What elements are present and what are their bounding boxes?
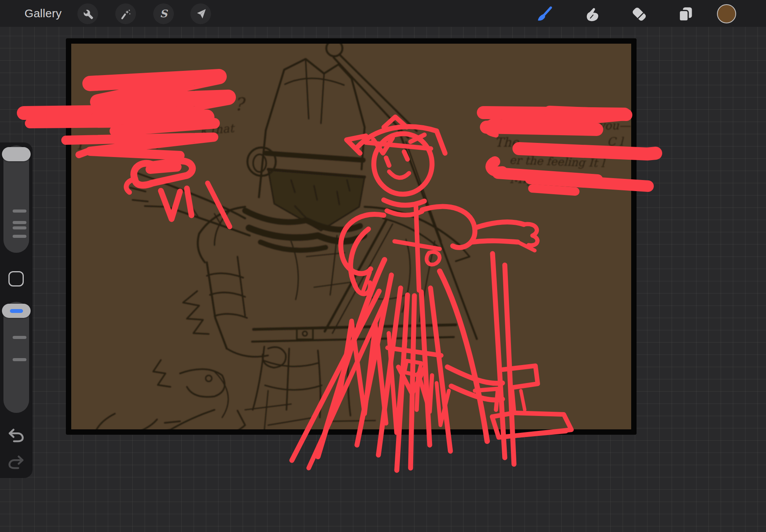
smudge-finger-icon (583, 6, 600, 23)
selection-s-icon: S (157, 8, 170, 20)
eraser-icon (631, 6, 648, 23)
opacity-thumb-accent (10, 309, 23, 313)
gallery-button[interactable]: Gallery (25, 0, 62, 27)
slider-tick (13, 226, 26, 229)
actions-button[interactable] (77, 3, 98, 24)
transform-button[interactable] (190, 3, 211, 24)
sidebar-panel (0, 142, 33, 478)
layers-icon (677, 6, 694, 23)
layers-tool-button[interactable] (675, 4, 696, 25)
smudge-tool-button[interactable] (581, 4, 602, 25)
selection-button[interactable]: S (153, 3, 174, 24)
wrench-icon (82, 8, 93, 20)
slider-tick (13, 235, 26, 238)
modify-button[interactable] (8, 271, 24, 286)
procreate-app: ? k that Y 'ne one. A you— The C l er th… (0, 0, 766, 532)
opacity-slider[interactable] (3, 302, 29, 413)
color-swatch-button[interactable] (717, 4, 736, 23)
redo-button[interactable] (5, 454, 28, 471)
slider-tick (13, 210, 26, 213)
redo-arrow-icon (6, 455, 26, 470)
artwork-canvas[interactable]: ? k that Y 'ne one. A you— The C l er th… (0, 27, 766, 532)
transform-arrow-icon (195, 8, 207, 20)
brush-size-slider[interactable] (3, 146, 29, 253)
adjustments-button[interactable] (115, 3, 136, 24)
paint-tool-button[interactable] (534, 4, 555, 25)
brush-size-thumb[interactable] (2, 147, 31, 161)
slider-tick (13, 336, 26, 339)
paintbrush-icon (536, 6, 553, 23)
magic-wand-icon (119, 8, 132, 20)
undo-button[interactable] (5, 427, 28, 444)
slider-tick (13, 358, 26, 361)
svg-text:S: S (160, 8, 168, 20)
workspace-background: ? k that Y 'ne one. A you— The C l er th… (0, 27, 766, 532)
top-toolbar: Gallery S (0, 0, 766, 27)
opacity-thumb[interactable] (2, 304, 31, 318)
slider-tick (13, 221, 26, 224)
erase-tool-button[interactable] (629, 4, 650, 25)
undo-arrow-icon (6, 428, 26, 443)
